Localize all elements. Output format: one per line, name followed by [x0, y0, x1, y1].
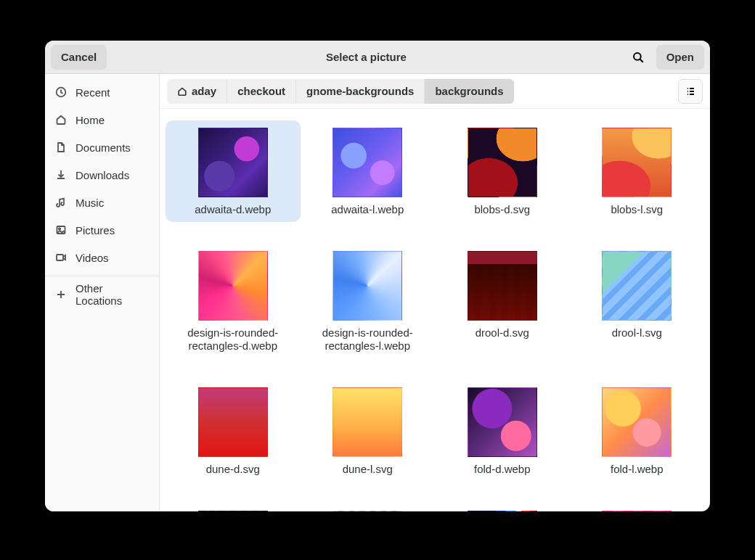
- file-name: drool-d.svg: [476, 326, 529, 339]
- file-thumbnail: [198, 128, 268, 197]
- sidebar-item-label: Pictures: [76, 224, 115, 236]
- breadcrumb: adaycheckoutgnome-backgroundsbackgrounds: [167, 79, 514, 104]
- sidebar-separator: [45, 276, 159, 276]
- places-sidebar: RecentHomeDocumentsDownloadsMusicPicture…: [45, 74, 160, 511]
- file-tile[interactable]: [301, 503, 436, 511]
- search-button[interactable]: [626, 45, 650, 70]
- breadcrumb-segment[interactable]: gnome-backgrounds: [296, 79, 425, 104]
- file-grid: adwaita-d.webpadwaita-l.webpblobs-d.svgb…: [166, 120, 704, 511]
- sidebar-item-label: Music: [76, 197, 104, 209]
- file-tile[interactable]: drool-l.svg: [570, 244, 705, 358]
- file-thumbnail: [468, 251, 537, 321]
- file-thumbnail: [468, 387, 537, 457]
- view-list-button[interactable]: [678, 79, 703, 104]
- file-name: design-is-rounded-rectangles-l.webp: [313, 326, 422, 353]
- file-thumbnail: [468, 511, 537, 511]
- file-tile[interactable]: fold-l.webp: [570, 380, 705, 482]
- sidebar-other-locations[interactable]: Other Locations: [45, 281, 159, 308]
- download-icon: [55, 169, 67, 181]
- breadcrumb-segment[interactable]: aday: [167, 79, 227, 104]
- file-tile[interactable]: dune-d.svg: [166, 380, 301, 482]
- file-thumbnail: [602, 511, 672, 511]
- file-thumbnail: [332, 128, 402, 197]
- file-tile[interactable]: [570, 503, 705, 511]
- file-thumbnail: [198, 251, 268, 321]
- plus-icon: [55, 289, 67, 300]
- pathbar-row: adaycheckoutgnome-backgroundsbackgrounds: [160, 74, 710, 109]
- sidebar-item-label: Videos: [76, 252, 109, 264]
- file-name: dune-l.svg: [343, 463, 393, 476]
- sidebar-item-label: Other Locations: [76, 282, 149, 307]
- file-thumbnail: [602, 251, 672, 321]
- file-name: blobs-l.svg: [611, 203, 663, 216]
- list-view-icon: [685, 86, 696, 97]
- sidebar-item-downloads[interactable]: Downloads: [45, 161, 159, 189]
- breadcrumb-segment[interactable]: checkout: [227, 79, 296, 104]
- document-icon: [55, 141, 67, 153]
- file-name: blobs-d.svg: [474, 203, 530, 216]
- sidebar-item-documents[interactable]: Documents: [45, 133, 159, 161]
- sidebar-item-home[interactable]: Home: [45, 106, 159, 133]
- file-tile[interactable]: [435, 503, 570, 511]
- file-tile[interactable]: design-is-rounded-rectangles-l.webp: [301, 244, 436, 358]
- cancel-button[interactable]: Cancel: [51, 45, 107, 70]
- file-thumbnail: [602, 387, 672, 457]
- home-icon: [177, 86, 187, 96]
- file-tile[interactable]: [166, 503, 301, 511]
- file-tile[interactable]: dune-l.svg: [301, 380, 436, 482]
- main-pane: adaycheckoutgnome-backgroundsbackgrounds…: [160, 74, 710, 511]
- file-name: dune-d.svg: [206, 463, 260, 476]
- video-icon: [55, 252, 67, 263]
- file-tile[interactable]: fold-d.webp: [435, 380, 570, 482]
- sidebar-item-label: Home: [76, 114, 105, 126]
- sidebar-item-music[interactable]: Music: [45, 189, 159, 216]
- file-tile[interactable]: blobs-l.svg: [570, 120, 705, 222]
- file-name: adwaita-l.webp: [331, 203, 404, 216]
- breadcrumb-label: checkout: [237, 85, 285, 97]
- header-bar: Cancel Select a picture Open: [45, 41, 710, 74]
- file-thumbnail: [332, 387, 402, 457]
- file-tile[interactable]: design-is-rounded-rectangles-d.webp: [166, 244, 301, 358]
- breadcrumb-segment[interactable]: backgrounds: [425, 79, 513, 104]
- file-tile[interactable]: adwaita-l.webp: [301, 120, 436, 222]
- file-thumbnail: [332, 511, 402, 511]
- sidebar-item-label: Recent: [76, 86, 110, 99]
- file-tile[interactable]: blobs-d.svg: [435, 120, 570, 222]
- sidebar-item-videos[interactable]: Videos: [45, 244, 159, 271]
- sidebar-item-label: Documents: [76, 141, 131, 154]
- file-name: design-is-rounded-rectangles-d.webp: [179, 326, 287, 353]
- clock-icon: [55, 86, 67, 98]
- file-thumbnail: [198, 387, 268, 457]
- file-name: drool-l.svg: [612, 326, 662, 339]
- file-thumbnail: [602, 128, 672, 197]
- file-thumbnail: [332, 251, 402, 321]
- sidebar-item-pictures[interactable]: Pictures: [45, 216, 159, 244]
- music-icon: [55, 197, 67, 208]
- file-name: adwaita-d.webp: [195, 203, 271, 216]
- open-button[interactable]: Open: [656, 45, 704, 70]
- sidebar-item-recent[interactable]: Recent: [45, 78, 159, 106]
- breadcrumb-label: backgrounds: [435, 85, 503, 97]
- search-icon: [632, 51, 645, 64]
- home-icon: [55, 114, 67, 125]
- sidebar-item-label: Downloads: [76, 169, 129, 181]
- file-chooser-dialog: Cancel Select a picture Open RecentHomeD…: [45, 41, 710, 511]
- picture-icon: [55, 224, 67, 236]
- file-thumbnail: [198, 511, 268, 511]
- dialog-title: Select a picture: [113, 51, 619, 63]
- breadcrumb-label: gnome-backgrounds: [306, 85, 414, 97]
- file-thumbnail: [468, 128, 537, 197]
- file-tile[interactable]: drool-d.svg: [435, 244, 570, 358]
- file-name: fold-l.webp: [611, 463, 664, 476]
- file-tile[interactable]: adwaita-d.webp: [166, 120, 301, 222]
- file-grid-scroll[interactable]: adwaita-d.webpadwaita-l.webpblobs-d.svgb…: [160, 109, 710, 511]
- breadcrumb-label: aday: [192, 85, 216, 97]
- file-name: fold-d.webp: [474, 463, 531, 476]
